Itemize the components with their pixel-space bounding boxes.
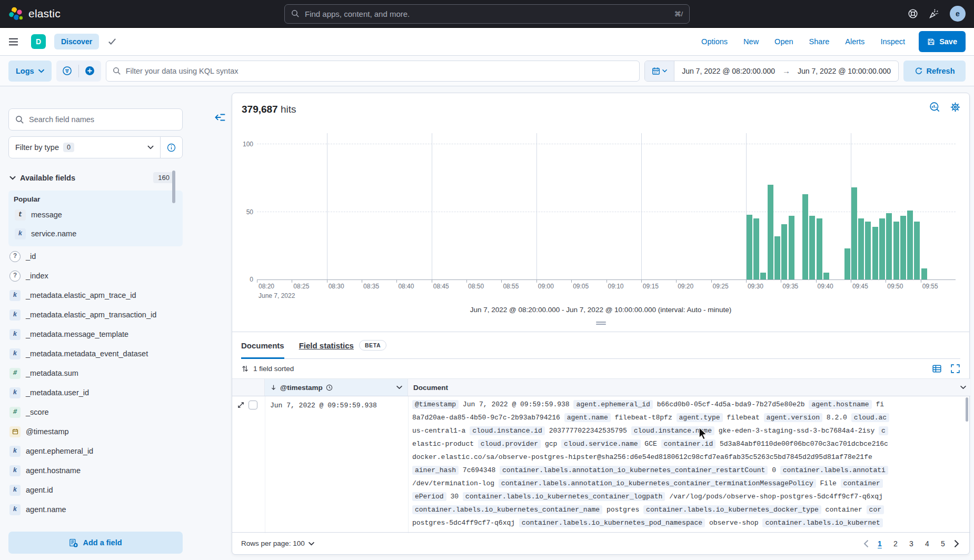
page-3[interactable]: 3 — [905, 537, 918, 551]
resize-handle[interactable] — [596, 322, 606, 326]
save-button[interactable]: Save — [919, 31, 966, 52]
menu-item-new[interactable]: New — [743, 37, 759, 46]
menu-item-options[interactable]: Options — [701, 37, 728, 46]
edit-visualization-icon[interactable] — [929, 102, 940, 113]
histogram-bar[interactable] — [781, 224, 787, 279]
news-icon[interactable] — [929, 8, 939, 19]
elastic-logo-icon[interactable] — [8, 6, 23, 22]
histogram-plot-area[interactable] — [257, 133, 956, 280]
histogram-bar[interactable] — [914, 222, 920, 280]
page-2[interactable]: 2 — [889, 537, 902, 551]
field-item-_metadata.elastic_apm_trace_id[interactable]: k_metadata.elastic_apm_trace_id — [8, 286, 183, 305]
field-name-badge[interactable]: cloud.instance.id — [470, 426, 545, 435]
histogram-bar[interactable] — [872, 227, 878, 279]
calendar-icon[interactable] — [645, 61, 674, 81]
field-name-badge[interactable]: agent.ephemeral_id — [573, 400, 652, 409]
field-item-_metadata.message_template[interactable]: k_metadata.message_template — [8, 325, 183, 344]
tab-documents[interactable]: Documents — [241, 332, 284, 358]
field-name-badge[interactable]: cor — [867, 505, 884, 514]
histogram-bar[interactable] — [747, 215, 752, 279]
collapse-sidebar-icon[interactable] — [213, 111, 227, 125]
histogram-bar[interactable] — [851, 187, 857, 279]
field-item-@timestamp[interactable]: @timestamp — [8, 422, 183, 441]
histogram-bar[interactable] — [844, 248, 850, 279]
page-1[interactable]: 1 — [873, 537, 887, 551]
available-fields-accordion[interactable]: Available fields 160 — [8, 172, 183, 183]
field-name-badge[interactable]: agent.type — [677, 413, 723, 422]
field-name-badge[interactable]: ainer_hash — [412, 466, 459, 475]
field-name-badge[interactable]: cloud.provider — [478, 439, 541, 448]
saved-query-icon[interactable] — [56, 61, 78, 82]
field-item-agent.hostname[interactable]: kagent.hostname — [8, 461, 183, 480]
field-name-badge[interactable]: container.labels.io_kubernet — [762, 518, 882, 527]
next-page-icon[interactable] — [952, 538, 961, 549]
expand-document-icon[interactable] — [237, 401, 245, 409]
field-name-badge[interactable]: container.labels.io_kubernetes_container… — [463, 492, 665, 501]
field-name-badge[interactable]: cloud.service.name — [561, 439, 640, 448]
help-icon[interactable] — [908, 8, 918, 19]
kql-query-input[interactable]: Filter your data using KQL syntax — [106, 61, 640, 82]
menu-item-inspect[interactable]: Inspect — [880, 37, 905, 46]
field-name-badge[interactable]: container.labels.annotation_io_kubernete… — [499, 479, 816, 488]
refresh-button[interactable]: Refresh — [903, 61, 966, 82]
add-field-button[interactable]: Add a field — [8, 532, 183, 554]
document-cell[interactable]: @timestamp Jun 7, 2022 @ 09:59:59.938 ag… — [412, 398, 963, 529]
menu-item-share[interactable]: Share — [809, 37, 830, 46]
field-name-badge[interactable]: container.labels.io_kubernetes_container… — [412, 505, 602, 514]
row-checkbox[interactable] — [249, 401, 257, 409]
menu-item-open[interactable]: Open — [774, 37, 793, 46]
field-name-badge[interactable]: container.labels.annotati — [780, 466, 888, 475]
filter-by-type-select[interactable]: Filter by type 0 — [9, 143, 160, 152]
field-name-badge[interactable]: container — [841, 479, 883, 488]
sidebar-scrollbar[interactable] — [172, 171, 175, 203]
histogram-bar[interactable] — [886, 213, 892, 279]
histogram-bar[interactable] — [802, 194, 808, 279]
add-filter-icon[interactable] — [79, 61, 101, 82]
histogram-bar[interactable] — [865, 222, 871, 280]
histogram-bar[interactable] — [900, 216, 906, 279]
histogram-bar[interactable] — [789, 216, 794, 279]
timestamp-cell[interactable]: Jun 7, 2022 @ 09:59:59.938 — [270, 402, 377, 409]
gear-icon[interactable] — [950, 102, 961, 113]
histogram-bar[interactable] — [893, 222, 899, 280]
breadcrumb-discover[interactable]: Discover — [54, 34, 99, 49]
display-options-icon[interactable] — [932, 364, 942, 374]
avatar[interactable]: e — [950, 6, 966, 22]
histogram-bar[interactable] — [823, 273, 829, 279]
histogram-bar[interactable] — [753, 218, 759, 279]
field-name-badge[interactable]: container.labels.io_kubernetes_docker_ty… — [643, 505, 821, 514]
field-name-badge[interactable]: ePeriod — [412, 492, 446, 501]
field-name-badge[interactable]: container.labels.io_kubernetes_pod_names… — [519, 518, 705, 527]
histogram-bar[interactable] — [774, 236, 780, 279]
grid-scrollbar[interactable] — [966, 397, 968, 422]
previous-page-icon[interactable] — [861, 538, 871, 549]
field-item-_metadata.elastic_apm_transaction_id[interactable]: k_metadata.elastic_apm_transaction_id — [8, 305, 183, 324]
rows-per-page-select[interactable]: Rows per page: 100 — [241, 539, 314, 547]
field-item-_metadata.metadata_event_dataset[interactable]: k_metadata.metadata_event_dataset — [8, 344, 183, 363]
data-view-picker[interactable]: Logs — [8, 61, 52, 82]
histogram-bar[interactable] — [809, 216, 815, 279]
field-item-_index[interactable]: ?_index — [8, 266, 183, 285]
date-start[interactable]: Jun 7, 2022 @ 08:20:00.000 — [674, 67, 782, 75]
field-item-agent.ephemeral_id[interactable]: kagent.ephemeral_id — [8, 442, 183, 461]
histogram-bar[interactable] — [817, 218, 822, 279]
field-name-badge[interactable]: container.id — [661, 439, 716, 448]
field-name-badge[interactable]: c — [879, 426, 888, 435]
page-5[interactable]: 5 — [936, 537, 950, 551]
grid-header-document-column[interactable]: Document — [408, 379, 970, 396]
histogram-bar[interactable] — [879, 218, 885, 279]
global-search-input[interactable]: Find apps, content, and more. ⌘/ — [284, 4, 690, 24]
page-4[interactable]: 4 — [920, 537, 934, 551]
histogram-bar[interactable] — [768, 185, 773, 279]
hamburger-menu-icon[interactable] — [8, 37, 18, 47]
tab-field-statistics[interactable]: Field statistics BETA — [299, 332, 386, 358]
date-end[interactable]: Jun 7, 2022 @ 10:00:00.000 — [790, 67, 898, 75]
field-item-message[interactable]: tmessage — [14, 205, 177, 224]
sorted-fields-label[interactable]: 1 field sorted — [253, 365, 294, 373]
histogram-bar[interactable] — [921, 268, 927, 279]
field-name-badge[interactable]: cloud.ac — [851, 413, 889, 422]
field-item-service.name[interactable]: kservice.name — [14, 224, 177, 243]
menu-item-alerts[interactable]: Alerts — [845, 37, 864, 46]
fullscreen-icon[interactable] — [950, 364, 960, 374]
field-name-badge[interactable]: agent.version — [764, 413, 822, 422]
